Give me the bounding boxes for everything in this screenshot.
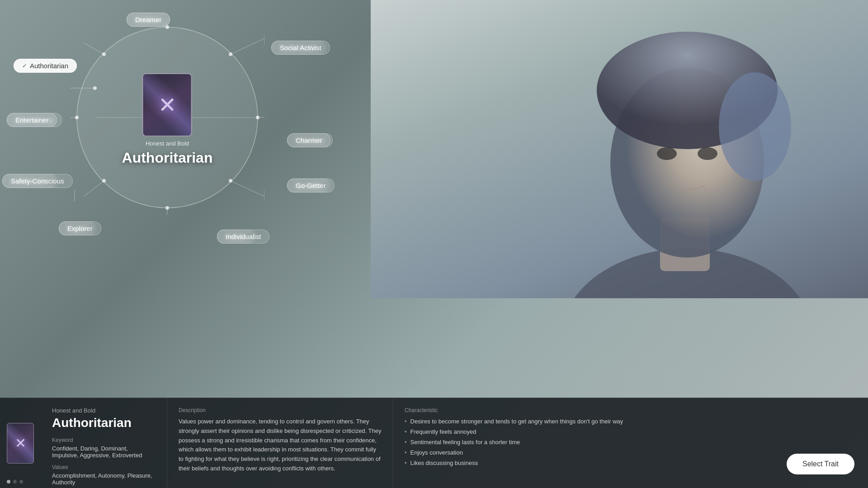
panel-dots (7, 480, 23, 483)
svg-point-6 (698, 147, 717, 160)
character-portrait (371, 0, 868, 298)
svg-line-9 (231, 38, 264, 54)
card-subtitle: Honest and Bold (122, 140, 213, 147)
characteristic-item: •Desires to become stronger and tends to… (405, 418, 857, 425)
center-card: ✕ Honest and Bold Authoritarian (122, 73, 213, 166)
svg-line-11 (231, 181, 264, 197)
trait-node-social-activist[interactable]: Social Activist (271, 41, 330, 55)
dot-3 (19, 480, 23, 483)
characteristic-item: •Sentimental feeling lasts for a shorter… (405, 439, 857, 446)
keyword-value: Confident, Daring, Dominant, Impulsive, … (52, 445, 156, 459)
info-title: Authoritarian (52, 416, 156, 430)
trait-node-entertainer[interactable]: Entertainer (7, 113, 57, 127)
char-text: Enjoys conversation (410, 449, 463, 456)
svg-point-4 (719, 72, 791, 181)
svg-point-20 (229, 179, 232, 183)
char-text: Likes discussing business (410, 460, 478, 466)
description-label: Description (179, 407, 382, 413)
dot-1 (7, 480, 10, 483)
trait-node-charmer[interactable]: Charmer (287, 133, 330, 147)
char-bullet: • (405, 449, 407, 456)
svg-point-23 (75, 116, 79, 119)
card-main-title: Authoritarian (122, 150, 213, 166)
svg-line-15 (84, 43, 104, 54)
description-text: Values power and dominance, tending to c… (179, 417, 382, 474)
svg-point-24 (102, 52, 106, 56)
char-bullet: • (405, 428, 407, 435)
dot-2 (13, 480, 17, 483)
info-description-section: Description Values power and dominance, … (167, 398, 393, 488)
char-text: Frequently feels annoyed (410, 428, 476, 435)
portrait-svg (371, 0, 868, 298)
trait-node-dreamer[interactable]: Dreamer (127, 13, 170, 27)
keyword-label: Keyword (52, 437, 156, 443)
svg-point-22 (102, 179, 106, 183)
characteristic-item: •Enjoys conversation (405, 449, 857, 456)
char-bullet: • (405, 418, 407, 425)
values-value: Accomplishment, Autonomy, Pleasure, Auth… (52, 472, 156, 486)
characteristic-item: •Frequently feels annoyed (405, 428, 857, 435)
info-card-symbol: ✕ (15, 435, 26, 451)
svg-point-25 (93, 86, 97, 90)
info-subtitle: Honest and Bold (52, 407, 156, 414)
card-symbol: ✕ (158, 92, 176, 117)
card-image: ✕ (142, 73, 192, 136)
char-bullet: • (405, 439, 407, 446)
info-card-image: ✕ (7, 423, 34, 464)
trait-map: ✕ Honest and Bold Authoritarian Mediator… (0, 0, 371, 298)
trait-node-individualist[interactable]: Individualist (217, 230, 269, 244)
info-main-section: Honest and Bold Authoritarian Keyword Co… (41, 398, 167, 488)
info-characteristics-section: Characteristic •Desires to become strong… (393, 398, 868, 488)
trait-node-go-getter[interactable]: Go-Getter (287, 178, 335, 192)
char-text: Sentimental feeling lasts for a shorter … (410, 439, 520, 446)
trait-node-safety-conscious[interactable]: Safety-Conscious (2, 174, 73, 188)
trait-node-authoritarian[interactable]: Authoritarian (14, 59, 77, 73)
svg-line-13 (84, 181, 104, 197)
values-label: Values (52, 464, 156, 470)
svg-point-21 (165, 206, 169, 210)
info-card-preview: ✕ (0, 398, 41, 488)
char-bullet: • (405, 460, 407, 466)
char-text: Desires to become stronger and tends to … (410, 418, 623, 425)
trait-node-explorer[interactable]: Explorer (59, 221, 101, 235)
select-trait-button[interactable]: Select Trait (787, 454, 854, 474)
info-panel: ✕ Honest and Bold Authoritarian Keyword … (0, 398, 868, 488)
svg-point-18 (229, 52, 232, 56)
characteristic-label: Characteristic (405, 407, 857, 413)
svg-point-5 (657, 147, 677, 160)
